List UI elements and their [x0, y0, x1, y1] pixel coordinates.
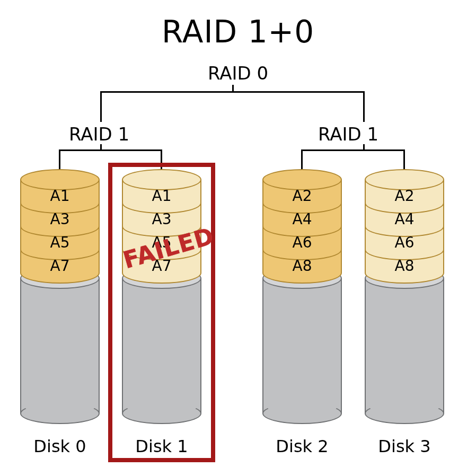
raid0-drop-left — [100, 91, 102, 122]
disk-3: A8A6A4A2 — [365, 169, 444, 426]
raid-diagram: { "title": "RAID 1+0", "labels": { "raid… — [0, 0, 476, 476]
disk-label-0: Disk 0 — [15, 436, 105, 456]
disk-2: A8A6A4A2 — [262, 169, 342, 426]
disk-top-cap — [20, 169, 100, 190]
raid1l-hbar — [59, 149, 161, 151]
disk-body-bottom — [365, 403, 444, 424]
disk-label-3: Disk 3 — [359, 436, 449, 456]
raid0-hbar — [100, 91, 364, 93]
disk-label-2: Disk 2 — [257, 436, 347, 456]
disk-0: A7A5A3A1 — [20, 169, 100, 426]
disk-1: A7A5A3A1 — [122, 169, 201, 426]
disk-body — [20, 278, 100, 413]
disk-body-bottom — [122, 403, 201, 424]
disk-label-1: Disk 1 — [117, 436, 207, 456]
disk-body — [365, 278, 444, 413]
disk-body — [262, 278, 342, 413]
disk-top-cap — [262, 169, 342, 190]
disk-body-bottom — [262, 403, 342, 424]
raid1r-hbar — [301, 149, 404, 151]
disk-top-cap — [122, 169, 201, 190]
disk-top-cap — [365, 169, 444, 190]
raid0-drop-right — [363, 91, 365, 122]
diagram-title: RAID 1+0 — [0, 14, 476, 50]
disk-body — [122, 278, 201, 413]
raid0-label: RAID 0 — [0, 63, 476, 84]
raid1-right-label: RAID 1 — [318, 124, 378, 145]
disk-body-bottom — [20, 403, 100, 424]
raid1-left-label: RAID 1 — [69, 124, 129, 145]
